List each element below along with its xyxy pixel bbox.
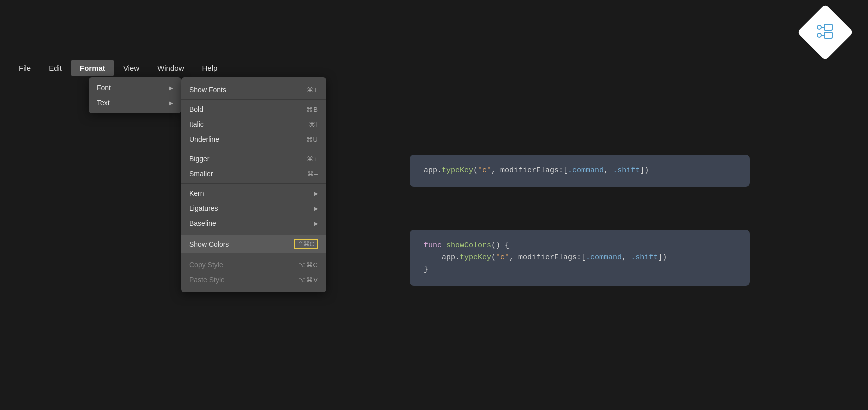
- code-panel-2: func showColors() { app.typeKey("c", mod…: [410, 230, 750, 286]
- show-colors-shortcut: ⇧⌘C: [294, 239, 318, 250]
- kern-arrow-icon: ▶: [314, 191, 318, 196]
- baseline-arrow-icon: ▶: [314, 221, 318, 226]
- menu-item-bold[interactable]: Bold ⌘B: [182, 102, 326, 117]
- format-submenu-left: Font ▶ Text ▶: [89, 78, 182, 114]
- code-1-paren1: (: [474, 166, 478, 175]
- font-section-3: Bigger ⌘+ Smaller ⌘–: [182, 150, 326, 184]
- svg-point-2: [818, 34, 822, 38]
- menu-item-smaller[interactable]: Smaller ⌘–: [182, 166, 326, 182]
- code-1-shift: .shift: [613, 166, 640, 175]
- menubar: File Edit Format View Window Help: [10, 60, 226, 76]
- code-1-app: app.: [424, 166, 442, 175]
- code-panel-1: app.typeKey("c", modifierFlags:[.command…: [410, 155, 750, 187]
- code-1-method: typeKey: [442, 166, 474, 175]
- diamond-inner-icon: [814, 20, 836, 44]
- menu-view[interactable]: View: [114, 60, 148, 76]
- svg-rect-3: [824, 32, 832, 38]
- menu-item-baseline[interactable]: Baseline ▶: [182, 216, 326, 231]
- code-2-line1: func showColors() {: [424, 240, 736, 252]
- code-1-str: "c": [478, 166, 492, 175]
- code-1-sep: ,: [604, 166, 613, 175]
- menu-item-show-colors[interactable]: Show Colors ⇧⌘C: [182, 236, 326, 253]
- diamond-shape: [797, 4, 854, 60]
- font-section-4: Kern ▶ Ligatures ▶ Baseline ▶: [182, 184, 326, 234]
- logo-diamond: [803, 10, 848, 55]
- svg-rect-0: [824, 24, 832, 30]
- code-1-comma: , modifierFlags:[: [492, 166, 568, 175]
- menu-file[interactable]: File: [10, 60, 40, 76]
- menu-help[interactable]: Help: [193, 60, 226, 76]
- text-arrow-icon: ▶: [170, 100, 174, 106]
- menu-item-underline[interactable]: Underline ⌘U: [182, 132, 326, 147]
- font-arrow-icon: ▶: [170, 86, 174, 91]
- menu-window[interactable]: Window: [148, 60, 193, 76]
- font-section-2: Bold ⌘B Italic ⌘I Underline ⌘U: [182, 100, 326, 150]
- menu-item-kern[interactable]: Kern ▶: [182, 186, 326, 201]
- font-submenu: Show Fonts ⌘T Bold ⌘B Italic ⌘I Underlin…: [182, 78, 326, 292]
- menu-item-bigger[interactable]: Bigger ⌘+: [182, 152, 326, 166]
- font-section-6: Copy Style ⌥⌘C Paste Style ⌥⌘V: [182, 256, 326, 290]
- code-2-line3: }: [424, 264, 736, 276]
- menu-edit[interactable]: Edit: [40, 60, 71, 76]
- menu-item-copy-style[interactable]: Copy Style ⌥⌘C: [182, 258, 326, 272]
- svg-point-1: [818, 26, 822, 30]
- code-1-close: ]): [640, 166, 649, 175]
- ligatures-arrow-icon: ▶: [314, 206, 318, 212]
- code-2-line2: app.typeKey("c", modifierFlags:[.command…: [424, 252, 736, 264]
- font-section-5: Show Colors ⇧⌘C: [182, 234, 326, 256]
- menu-item-ligatures[interactable]: Ligatures ▶: [182, 201, 326, 216]
- menu-item-text[interactable]: Text ▶: [89, 96, 182, 110]
- menu-item-font[interactable]: Font ▶: [89, 80, 182, 96]
- menu-format[interactable]: Format: [71, 60, 114, 76]
- menu-item-italic[interactable]: Italic ⌘I: [182, 117, 326, 132]
- menu-item-paste-style[interactable]: Paste Style ⌥⌘V: [182, 272, 326, 288]
- menu-item-show-fonts[interactable]: Show Fonts ⌘T: [182, 82, 326, 98]
- code-1-cmd: .command: [568, 166, 604, 175]
- font-section-1: Show Fonts ⌘T: [182, 80, 326, 100]
